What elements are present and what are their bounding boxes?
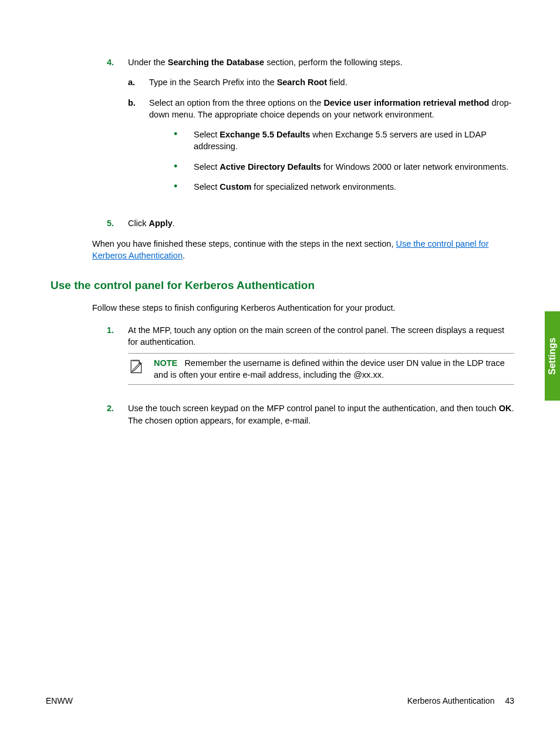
step-4a-pre: Type in the Search Prefix into the: [149, 78, 277, 87]
bullet-2-bold: Active Directory Defaults: [220, 162, 321, 172]
bullet-3-pre: Select: [194, 182, 220, 191]
step-4a-number: a.: [128, 76, 149, 88]
step-4-text-post: section, perform the following steps.: [264, 58, 402, 67]
step-4b: b. Select an option from the three optio…: [128, 97, 514, 201]
continue-paragraph: When you have finished these steps, cont…: [92, 238, 514, 262]
step-4a-bold: Search Root: [277, 78, 327, 87]
step-5-body: Click Apply.: [128, 217, 514, 229]
step-4b-bold: Device user information retrieval method: [323, 98, 489, 107]
proc-step-2-bold: OK: [499, 404, 512, 413]
section-heading: Use the control panel for Kerberos Authe…: [50, 278, 514, 294]
follow-paragraph: Follow these steps to finish configuring…: [92, 302, 514, 314]
bullet-icon: •: [170, 161, 194, 173]
footer-section: Kerberos Authentication: [407, 695, 495, 707]
bullet-2-post: for Windows 2000 or later network enviro…: [321, 162, 508, 172]
step-4b-pre: Select an option from the three options …: [149, 98, 323, 107]
bullet-3-bold: Custom: [220, 182, 251, 191]
bullet-2-body: Select Active Directory Defaults for Win…: [194, 161, 514, 173]
bullet-3-post: for specialized network environments.: [251, 182, 396, 191]
bullet-icon: •: [170, 181, 194, 193]
note-label: NOTE: [154, 358, 177, 368]
step-5: 5. Click Apply.: [107, 217, 514, 229]
proc-step-1-body: At the MFP, touch any option on the main…: [128, 324, 514, 394]
proc-step-2: 2. Use the touch screen keypad on the MF…: [107, 402, 514, 426]
proc-step-1: 1. At the MFP, touch any option on the m…: [107, 324, 514, 394]
bullet-1-bold: Exchange 5.5 Defaults: [220, 130, 310, 139]
step-4-text-pre: Under the: [128, 58, 168, 67]
step-4a-post: field.: [327, 78, 348, 87]
bullet-1-body: Select Exchange 5.5 Defaults when Exchan…: [194, 129, 514, 153]
note-box: NOTE Remember the username is defined wi…: [128, 353, 514, 385]
bullet-3: • Select Custom for specialized network …: [170, 181, 514, 193]
continue-post: .: [183, 251, 185, 260]
bullet-2: • Select Active Directory Defaults for W…: [170, 161, 514, 173]
bullet-icon: •: [170, 129, 194, 153]
step-4-text-bold: Searching the Database: [168, 58, 264, 67]
step-4-body: Under the Searching the Database section…: [128, 56, 514, 209]
step-4b-number: b.: [128, 97, 149, 201]
note-text-container: NOTE Remember the username is defined wi…: [154, 357, 514, 381]
proc-step-2-number: 2.: [107, 402, 128, 426]
side-tab-settings[interactable]: Settings: [545, 311, 560, 401]
step-4-number: 4.: [107, 56, 128, 209]
step-4: 4. Under the Searching the Database sect…: [107, 56, 514, 209]
continue-pre: When you have finished these steps, cont…: [92, 239, 396, 248]
step-4a-body: Type in the Search Prefix into the Searc…: [149, 76, 514, 88]
step-5-pre: Click: [128, 219, 149, 228]
footer-page-number: 43: [505, 695, 514, 707]
step-5-post: .: [173, 219, 175, 228]
proc-step-2-pre: Use the touch screen keypad on the MFP c…: [128, 404, 499, 413]
step-5-number: 5.: [107, 217, 128, 229]
bullet-3-body: Select Custom for specialized network en…: [194, 181, 514, 193]
note-text: Remember the username is defined within …: [154, 358, 505, 379]
step-5-bold: Apply: [149, 219, 172, 228]
proc-step-2-body: Use the touch screen keypad on the MFP c…: [128, 402, 514, 426]
step-4b-body: Select an option from the three options …: [149, 97, 514, 201]
footer-left: ENWW: [46, 695, 73, 707]
proc-step-1-number: 1.: [107, 324, 128, 394]
bullet-2-pre: Select: [194, 162, 220, 172]
proc-step-1-text: At the MFP, touch any option on the main…: [128, 325, 504, 347]
page-footer: ENWW Kerberos Authentication 43: [46, 695, 514, 707]
bullet-1-pre: Select: [194, 130, 220, 139]
note-icon: [128, 357, 154, 381]
bullet-1: • Select Exchange 5.5 Defaults when Exch…: [170, 129, 514, 153]
step-4a: a. Type in the Search Prefix into the Se…: [128, 76, 514, 88]
